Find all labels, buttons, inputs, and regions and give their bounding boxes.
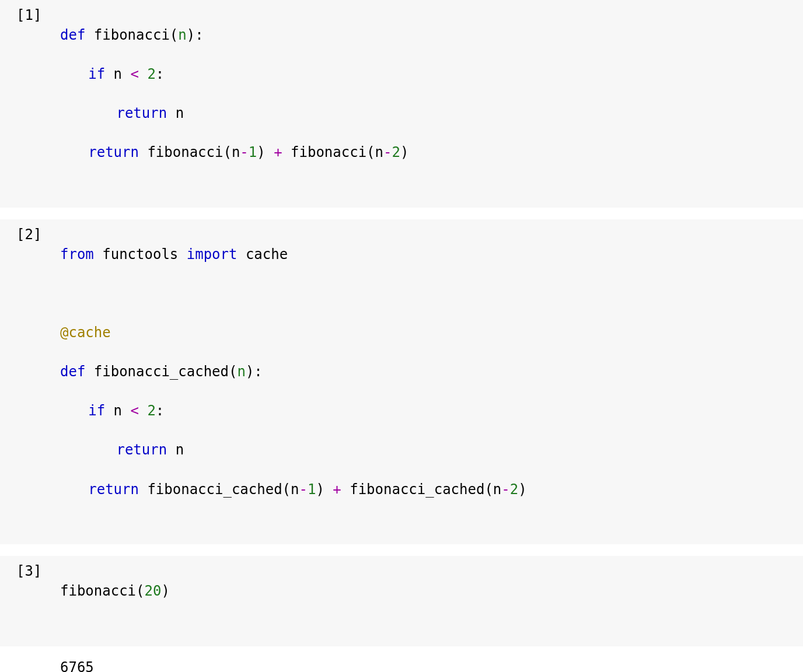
output-text-3: 6765 xyxy=(60,658,803,672)
cell-2: [2] from functools import cache @cache d… xyxy=(0,219,803,545)
fn-name-cached: fibonacci_cached xyxy=(94,363,229,380)
fn-name: fibonacci xyxy=(94,27,170,43)
decorator-cache: @cache xyxy=(60,324,111,341)
page: [1] def fibonacci(n): if n < 2: return n… xyxy=(0,0,803,672)
code-block-1[interactable]: def fibonacci(n): if n < 2: return n ret… xyxy=(60,6,803,202)
kw-if: if xyxy=(88,66,105,82)
kw-from: from xyxy=(60,246,94,262)
kw-return: return xyxy=(116,105,167,121)
code-block-2[interactable]: from functools import cache @cache def f… xyxy=(60,225,803,539)
cell-prompt-1: [1] xyxy=(0,6,60,26)
cell-3: [3] fibonacci(20) xyxy=(0,556,803,646)
kw-def: def xyxy=(60,27,85,43)
cell-prompt-3: [3] xyxy=(0,562,60,582)
cell-prompt-2: [2] xyxy=(0,225,60,245)
code-block-3[interactable]: fibonacci(20) xyxy=(60,562,803,640)
kw-import: import xyxy=(187,246,238,262)
cell-1: [1] def fibonacci(n): if n < 2: return n… xyxy=(0,0,803,208)
param-n: n xyxy=(178,27,186,43)
output-3: 6765 xyxy=(0,658,803,672)
